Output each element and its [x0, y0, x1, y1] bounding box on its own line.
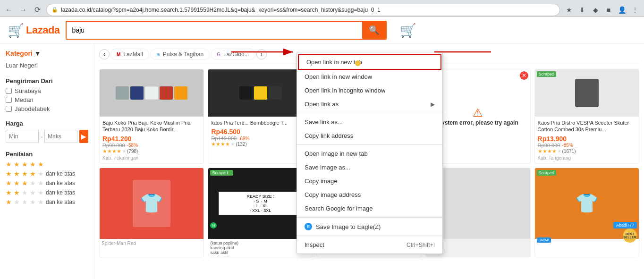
- address-bar[interactable]: 🔒 lazada.co.id/catalog/?spm=a2o4j.home.s…: [46, 4, 560, 16]
- menu-item-save-image[interactable]: Save image as...: [297, 161, 442, 174]
- error-icon: ⚠: [473, 106, 483, 119]
- menu-item-open-image-tab[interactable]: Open image in new tab: [297, 147, 442, 161]
- menu-label-open-image-tab: Open image in new tab: [305, 150, 368, 157]
- context-menu: Open link in new tab Open link in new wi…: [297, 52, 443, 254]
- thumb-dark: [239, 86, 253, 100]
- chevron-down-icon: ▼: [34, 50, 41, 57]
- extensions-button[interactable]: ■: [603, 5, 614, 15]
- min-price-input[interactable]: [6, 130, 39, 143]
- menu-item-save-link[interactable]: Save link as...: [297, 115, 442, 129]
- eagle-ext-button[interactable]: ◆: [590, 5, 601, 15]
- product-pricing-2: Rp149.000 -69%: [211, 135, 309, 141]
- product-info-1: Baju Koko Pria Baju Koko Muslim Pria Ter…: [100, 117, 203, 163]
- product-stars-5: ★★★★★ (1671): [538, 148, 636, 154]
- harga-title: Harga: [6, 120, 88, 127]
- menu-item-copy-link[interactable]: Copy link address: [297, 129, 442, 143]
- product-card-r5[interactable]: Scraped 👕 Abadi777 BEST SELLER BAYAR: [534, 168, 639, 257]
- rating-3-stars[interactable]: ★★★★★ dan ke atas: [6, 179, 88, 187]
- scraped-badge-5: Scraped: [537, 71, 557, 77]
- kategori-label: Kategori: [6, 50, 33, 57]
- site-header: 🛒 Lazada 🔍 🛒: [0, 17, 644, 44]
- menu-label-search-google: Search Google for image: [305, 205, 373, 212]
- penilaian-title: Penilaian: [6, 151, 88, 158]
- cart-icon[interactable]: 🛒: [400, 23, 416, 38]
- thumb-5: [174, 86, 187, 100]
- rating-1-star[interactable]: ★★★★★ dan ke atas: [6, 198, 88, 206]
- menu-item-save-eagle[interactable]: E Save Image to Eagle(Z): [297, 220, 442, 234]
- menu-separator-4: [297, 236, 442, 236]
- scraped-badge-r2: Scrape t...: [210, 170, 233, 176]
- submenu-arrow-icon: ▶: [431, 101, 435, 108]
- lock-icon: 🔒: [51, 7, 58, 13]
- menu-label-save-image: Save image as...: [305, 164, 350, 171]
- product-name-2: kaos Pria Terb... Bombboogie T...: [211, 119, 309, 126]
- tab-pulsa[interactable]: ⊕ Pulsa & Tagihan: [150, 49, 210, 60]
- tabs-prev-button[interactable]: ‹: [99, 49, 110, 59]
- menu-label-copy-image: Copy image: [305, 178, 337, 185]
- search-input[interactable]: [67, 22, 362, 39]
- menu-item-open-as[interactable]: Open link as ▶: [297, 97, 442, 111]
- tabs-next-button[interactable]: ›: [256, 49, 267, 59]
- price-range: - ▶: [6, 130, 88, 143]
- error-message: System error, please try again: [438, 119, 518, 126]
- kategori-section: Kategori ▼ Luar Negeri: [6, 50, 88, 70]
- product-old-price-5: Rp90.000: [538, 143, 560, 148]
- product-name-5: Kaos Pria Distro VESPA Scooter Skuter Co…: [538, 119, 636, 133]
- download-icon[interactable]: ⬇: [577, 5, 587, 15]
- menu-label-open-new-window: Open link in new window: [305, 73, 372, 80]
- checkbox-medan[interactable]: Medan: [6, 96, 88, 103]
- profile-button[interactable]: 👤: [617, 5, 627, 15]
- reload-button[interactable]: ⟳: [32, 5, 42, 15]
- menu-item-open-incognito[interactable]: Open link in incognito window: [297, 84, 442, 97]
- checkbox-jabodetabek[interactable]: Jabodetabek: [6, 105, 88, 112]
- menu-item-open-new-window[interactable]: Open link in new window: [297, 70, 442, 84]
- rating-5-stars[interactable]: ★★★★★: [6, 161, 88, 168]
- error-close-button[interactable]: ✕: [520, 71, 528, 80]
- menu-item-copy-image-address[interactable]: Copy image address: [297, 188, 442, 202]
- rating-4-stars[interactable]: ★★★★★ dan ke atas: [6, 170, 88, 178]
- sidebar-item-luar-negeri[interactable]: Luar Negeri: [6, 61, 88, 70]
- lazmall-icon: M: [117, 52, 120, 57]
- product-card-1[interactable]: Baju Koko Pria Baju Koko Muslim Pria Ter…: [99, 69, 204, 164]
- product-card-5[interactable]: Scraped Kaos Pria Distro VESPA Scooter S…: [534, 69, 639, 164]
- kategori-title: Kategori ▼: [6, 50, 88, 57]
- product-location-1: Kab. Pekalongan: [102, 155, 201, 161]
- product-price-2: Rp46.500: [211, 128, 309, 135]
- tab-lazglobal[interactable]: G LazGlob...: [211, 49, 255, 60]
- star-button[interactable]: ★: [564, 5, 574, 15]
- thumb-yellow: [254, 86, 267, 100]
- product-pricing-5: Rp90.000 -85%: [538, 143, 636, 148]
- thumb-2: [130, 86, 144, 100]
- menu-separator-2: [297, 144, 442, 145]
- checkbox-medan-input[interactable]: [6, 97, 12, 103]
- menu-item-copy-image[interactable]: Copy image: [297, 174, 442, 188]
- product-stars-2: ★★★★★ (132): [211, 141, 309, 147]
- product-card-r1[interactable]: 👕 Spider-Man Red: [99, 168, 204, 257]
- menu-item-inspect[interactable]: Inspect Ctrl+Shift+I: [297, 238, 442, 252]
- checkbox-surabaya-input[interactable]: [6, 88, 12, 94]
- price-go-button[interactable]: ▶: [79, 130, 88, 143]
- checkbox-jabodetabek-input[interactable]: [6, 106, 12, 112]
- menu-item-open-new-tab[interactable]: Open link in new tab: [298, 54, 441, 70]
- product-image-1: [100, 69, 203, 117]
- browser-actions: ★ ⬇ ◆ ■ 👤 ⋮: [564, 5, 640, 15]
- lazglobal-icon: G: [217, 52, 220, 57]
- back-button[interactable]: ←: [4, 5, 14, 15]
- menu-item-search-google[interactable]: Search Google for image: [297, 202, 442, 215]
- product-discount-5: -85%: [562, 143, 573, 148]
- search-button[interactable]: 🔍: [362, 22, 386, 39]
- url-text: lazada.co.id/catalog/?spm=a2o4j.home.sea…: [61, 7, 381, 13]
- product-location-5: Kab. Tangerang: [538, 155, 636, 161]
- rating-2-stars[interactable]: ★★★★★ dan ke atas: [6, 189, 88, 196]
- max-price-input[interactable]: [44, 130, 77, 143]
- tab-lazmall[interactable]: M LazMall: [110, 49, 149, 60]
- forward-button[interactable]: →: [18, 5, 28, 15]
- menu-button[interactable]: ⋮: [630, 5, 640, 15]
- menu-label-save-eagle: Save Image to Eagle(Z): [316, 223, 381, 230]
- checkbox-surabaya[interactable]: Surabaya: [6, 87, 88, 94]
- logo[interactable]: 🛒 Lazada: [8, 23, 60, 38]
- product-reviews-5: (1671): [562, 149, 576, 154]
- search-bar: 🔍: [66, 21, 387, 40]
- product-info-5: Kaos Pria Distro VESPA Scooter Skuter Co…: [535, 117, 639, 163]
- product-info-r1: Spider-Man Red: [100, 239, 203, 248]
